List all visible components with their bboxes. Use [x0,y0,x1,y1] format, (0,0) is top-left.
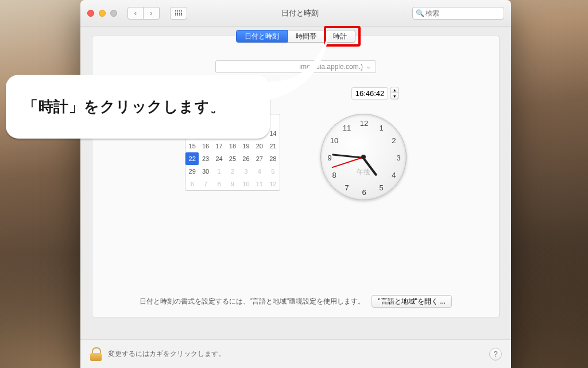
calendar-day[interactable]: 16 [199,140,212,152]
chevron-left-icon: ‹ [134,9,137,17]
calendar-day[interactable]: 4 [253,165,266,178]
clock-number: 10 [330,136,338,145]
clock-number: 1 [379,124,383,132]
stepper-up[interactable]: ▲ [390,87,399,93]
search-input[interactable] [412,7,504,20]
calendar-day[interactable]: 19 [239,140,253,152]
hint-row: 日付と時刻の書式を設定するには、"言語と地域"環境設定を使用します。 "言語と地… [92,295,499,308]
nav-buttons: ‹ › [127,7,160,20]
instruction-callout: 「時計」をクリックします。 [6,75,270,139]
clock-number: 9 [327,154,331,162]
time-field[interactable]: 16:46:42 [351,87,389,99]
calendar-day[interactable]: 6 [185,178,199,190]
calendar-day[interactable]: 21 [266,140,280,152]
clock-number: 3 [396,154,400,162]
clock-number: 4 [392,171,396,179]
calendar-day[interactable]: 27 [253,152,266,165]
calendar-day[interactable]: 12 [266,178,280,190]
zoom-button[interactable] [110,10,117,17]
hint-text: 日付と時刻の書式を設定するには、"言語と地域"環境設定を使用します。 [140,297,365,306]
calendar-day[interactable]: 25 [226,152,239,165]
calendar-day[interactable]: 5 [266,165,280,178]
search-icon: 🔍 [416,9,424,17]
titlebar: ‹ › 日付と時刻 🔍 [80,0,511,26]
calendar-day[interactable]: 7 [199,178,212,190]
clock-number: 7 [345,183,349,191]
forward-button[interactable]: › [144,7,160,20]
calendar-day[interactable]: 9 [226,178,239,190]
calendar-day[interactable]: 24 [212,152,226,165]
calendar-day[interactable]: 18 [226,140,239,152]
open-language-region-button[interactable]: "言語と地域"を開く ... [372,295,452,308]
calendar-day[interactable]: 10 [239,178,253,190]
calendar-day[interactable]: 22 [185,152,199,165]
window-title: 日付と時刻 [193,8,407,18]
calendar-day[interactable]: 11 [253,178,266,190]
clock-number: 8 [332,171,336,179]
calendar-day[interactable]: 26 [239,152,253,165]
ampm-label: 午後 [357,167,370,177]
time-stepper: 16:46:42 ▲ ▼ [351,87,399,99]
calendar-day[interactable]: 2 [226,165,239,178]
calendar-day[interactable]: 23 [199,152,212,165]
calendar-day[interactable]: 1 [212,165,226,178]
clock-number: 6 [362,188,366,197]
chevron-down-icon: ⌄ [366,64,371,70]
search-wrap: 🔍 [412,7,504,20]
grid-icon [175,10,183,16]
calendar-day[interactable]: 17 [212,140,226,152]
help-button[interactable]: ? [489,348,502,361]
second-hand [332,157,364,168]
clock-number: 5 [379,183,383,191]
back-button[interactable]: ‹ [127,7,144,20]
callout-tail [208,30,334,122]
clock-number: 11 [343,124,351,132]
calendar-day[interactable]: 20 [253,140,266,152]
footer-bar: 変更するにはカギをクリックします。 ? [80,339,511,368]
calendar-day[interactable]: 15 [185,140,199,152]
calendar-day[interactable]: 28 [266,152,280,165]
calendar-day[interactable]: 29 [185,165,199,178]
calendar-day[interactable]: 30 [199,165,212,178]
analog-clock: 午後 121234567891011 [320,114,407,200]
clock-number: 12 [360,119,368,128]
time-stepper-buttons: ▲ ▼ [390,87,399,99]
calendar-day[interactable]: 8 [212,178,226,190]
lock-icon[interactable] [90,347,102,361]
chevron-right-icon: › [150,9,152,17]
clock-pivot [361,155,366,159]
stepper-down[interactable]: ▼ [390,93,399,99]
minimize-button[interactable] [99,10,106,17]
lock-text: 変更するにはカギをクリックします。 [108,349,225,359]
show-all-button[interactable] [170,7,187,20]
clock-number: 2 [392,136,396,145]
traffic-lights [87,10,117,17]
close-button[interactable] [87,10,94,17]
calendar-day[interactable]: 3 [239,165,253,178]
